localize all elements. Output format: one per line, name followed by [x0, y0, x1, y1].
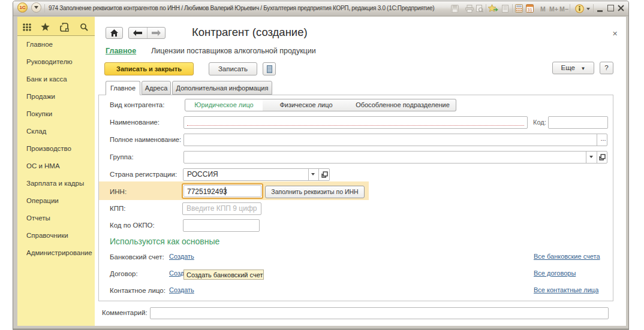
svg-text:31: 31	[527, 7, 532, 13]
